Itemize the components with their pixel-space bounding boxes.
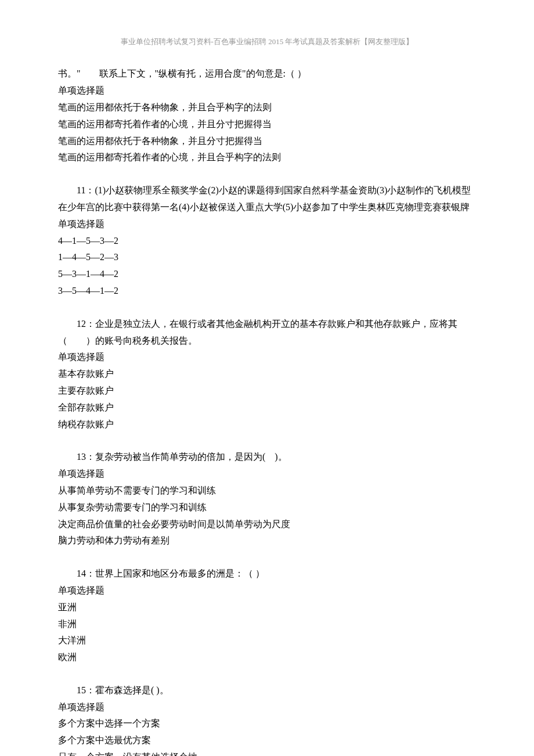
option: 非洲: [58, 616, 476, 633]
question-type: 单项选择题: [58, 582, 476, 599]
option: 主要存款账户: [58, 383, 476, 399]
question-type: 单项选择题: [58, 216, 476, 233]
question-text: 13：复杂劳动被当作简单劳动的倍加，是因为( )。: [58, 449, 476, 466]
option: 只有一个方案，没有其他选择余地: [58, 749, 476, 756]
question-text: 12：企业是独立法人，在银行或者其他金融机构开立的基本存款账户和其他存款账户，应…: [58, 316, 476, 350]
question-15: 15：霍布森选择是( )。 单项选择题 多个方案中选择一个方案 多个方案中选最优…: [58, 682, 476, 756]
option: 全部存款账户: [58, 399, 476, 416]
question-14: 14：世界上国家和地区分布最多的洲是：（ ） 单项选择题 亚洲 非洲 大洋洲 欧…: [58, 566, 476, 666]
question-10-continued: 书。" 联系上下文，"纵横有托，运用合度"的句意是:（ ） 单项选择题 笔画的运…: [58, 66, 476, 166]
question-text: 书。" 联系上下文，"纵横有托，运用合度"的句意是:（ ）: [58, 66, 476, 82]
option: 从事复杂劳动需要专门的学习和训练: [58, 499, 476, 516]
option: 纳税存款账户: [58, 416, 476, 433]
question-text: 11：(1)小赵获物理系全额奖学金(2)小赵的课题得到国家自然科学基金资助(3)…: [58, 182, 476, 216]
option: 4—1—5—3—2: [58, 233, 476, 250]
option: 笔画的运用都寄托着作者的心境，并且合乎构字的法则: [58, 149, 476, 166]
question-type: 单项选择题: [58, 82, 476, 99]
question-type: 单项选择题: [58, 466, 476, 483]
option: 5—3—1—4—2: [58, 266, 476, 283]
question-type: 单项选择题: [58, 699, 476, 716]
page-header: 事业单位招聘考试复习资料-百色事业编招聘 2015 年考试真题及答案解析【网友整…: [58, 35, 476, 48]
option: 笔画的运用都依托于各种物象，并且合乎构字的法则: [58, 99, 476, 116]
option: 大洋洲: [58, 632, 476, 649]
question-11: 11：(1)小赵获物理系全额奖学金(2)小赵的课题得到国家自然科学基金资助(3)…: [58, 182, 476, 300]
question-text: 14：世界上国家和地区分布最多的洲是：（ ）: [58, 566, 476, 582]
option: 多个方案中选择一个方案: [58, 715, 476, 732]
option: 脑力劳动和体力劳动有差别: [58, 532, 476, 549]
option: 笔画的运用都寄托着作者的心境，并且分寸把握得当: [58, 116, 476, 133]
option: 基本存款账户: [58, 366, 476, 383]
question-12: 12：企业是独立法人，在银行或者其他金融机构开立的基本存款账户和其他存款账户，应…: [58, 316, 476, 433]
option: 决定商品价值量的社会必要劳动时间是以简单劳动为尺度: [58, 516, 476, 533]
question-text: 15：霍布森选择是( )。: [58, 682, 476, 699]
option: 亚洲: [58, 599, 476, 616]
option: 笔画的运用都依托于各种物象，并且分寸把握得当: [58, 133, 476, 150]
option: 欧洲: [58, 649, 476, 666]
option: 3—5—4—1—2: [58, 283, 476, 300]
option: 1—4—5—2—3: [58, 249, 476, 266]
question-13: 13：复杂劳动被当作简单劳动的倍加，是因为( )。 单项选择题 从事简单劳动不需…: [58, 449, 476, 549]
option: 从事简单劳动不需要专门的学习和训练: [58, 483, 476, 499]
question-type: 单项选择题: [58, 349, 476, 366]
option: 多个方案中选最优方案: [58, 732, 476, 749]
